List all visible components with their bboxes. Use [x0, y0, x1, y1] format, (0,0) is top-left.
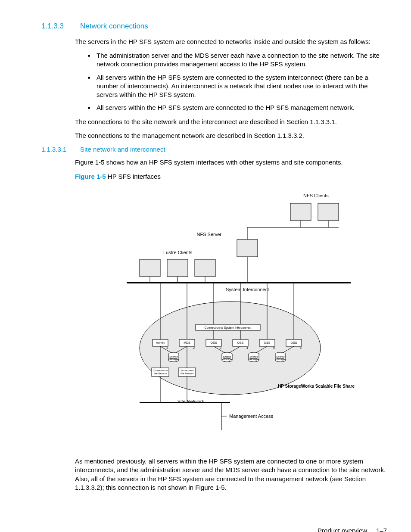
- svg-text:Admin: Admin: [156, 341, 165, 344]
- label-mgmt-access: Management Access: [229, 414, 274, 419]
- label-nfs-server: NFS Server: [197, 232, 222, 237]
- figure-title: HP SFS interfaces: [106, 173, 161, 180]
- figure-1-5: NFS Clients NFS Server Lustre Clients S: [75, 189, 387, 449]
- svg-text:3: 3: [220, 346, 221, 349]
- bullet-list: The administration server and the MDS se…: [75, 51, 387, 112]
- svg-text:OSS: OSS: [237, 341, 244, 344]
- svg-text:SharedStorage: SharedStorage: [169, 355, 178, 361]
- section-body: The servers in the HP SFS system are con…: [75, 37, 387, 140]
- footer-page: 1–7: [376, 527, 387, 532]
- footer-title: Product overview: [318, 527, 367, 532]
- section-body: As mentioned previously, all servers wit…: [75, 457, 387, 492]
- svg-text:OSS: OSS: [291, 341, 297, 344]
- label-nfs-clients: NFS Clients: [303, 193, 329, 198]
- paragraph: The connections to the site network and …: [75, 118, 387, 126]
- svg-text:OSS: OSS: [211, 341, 217, 344]
- heading-number: 1.1.3.3: [41, 22, 80, 31]
- label-conn-si: Connection to System Interconnect: [205, 326, 252, 330]
- svg-text:SharedStorage: SharedStorage: [222, 355, 232, 361]
- heading-title: Network connections: [80, 22, 148, 31]
- svg-text:6: 6: [300, 346, 302, 349]
- diagram-svg: NFS Clients NFS Server Lustre Clients S: [75, 189, 385, 447]
- svg-text:SharedStorage: SharedStorage: [276, 355, 285, 361]
- svg-text:1: 1: [166, 346, 168, 349]
- svg-rect-6: [237, 240, 258, 257]
- figure-caption: Figure 1-5 HP SFS interfaces: [75, 172, 387, 181]
- page: 1.1.3.3 Network connections The servers …: [0, 0, 411, 532]
- heading-number: 1.1.3.3.1: [41, 145, 80, 154]
- label-product: HP StorageWorks Scalable File Share: [278, 384, 355, 389]
- paragraph: The servers in the HP SFS system are con…: [75, 37, 387, 46]
- svg-rect-1: [318, 203, 339, 221]
- paragraph: As mentioned previously, all servers wit…: [75, 457, 387, 492]
- svg-text:Connection toSite Network: Connection toSite Network: [180, 369, 194, 375]
- paragraph: Figure 1-5 shows how an HP SFS system in…: [75, 158, 387, 167]
- list-item: All servers within the HP SFS system are…: [95, 103, 387, 112]
- svg-text:SharedStorage: SharedStorage: [249, 355, 258, 361]
- page-footer: Product overview 1–7: [41, 526, 387, 532]
- svg-text:2: 2: [193, 346, 195, 349]
- svg-text:5: 5: [273, 346, 275, 349]
- label-site-network: Site Network: [177, 399, 205, 404]
- list-item: All servers within the HP SFS system are…: [95, 73, 387, 100]
- heading-1133: 1.1.3.3 Network connections: [41, 22, 387, 31]
- svg-text:MDS: MDS: [184, 341, 190, 344]
- svg-rect-0: [290, 203, 311, 221]
- list-item: The administration server and the MDS se…: [95, 51, 387, 69]
- svg-rect-8: [140, 259, 160, 277]
- svg-rect-9: [167, 259, 188, 277]
- paragraph: The connections to the management networ…: [75, 131, 387, 140]
- heading-title: Site network and interconnect: [80, 145, 165, 154]
- svg-text:Connection toSite Network: Connection toSite Network: [153, 369, 168, 375]
- label-lustre-clients: Lustre Clients: [163, 250, 193, 255]
- label-system-interconnect: System Interconnect: [226, 287, 269, 292]
- svg-text:4: 4: [246, 346, 248, 349]
- heading-11331: 1.1.3.3.1 Site network and interconnect: [41, 145, 387, 154]
- svg-text:OSS: OSS: [264, 341, 271, 344]
- section-body: Figure 1-5 shows how an HP SFS system in…: [75, 158, 387, 181]
- figure-label: Figure 1-5: [75, 173, 106, 180]
- svg-rect-10: [195, 259, 215, 277]
